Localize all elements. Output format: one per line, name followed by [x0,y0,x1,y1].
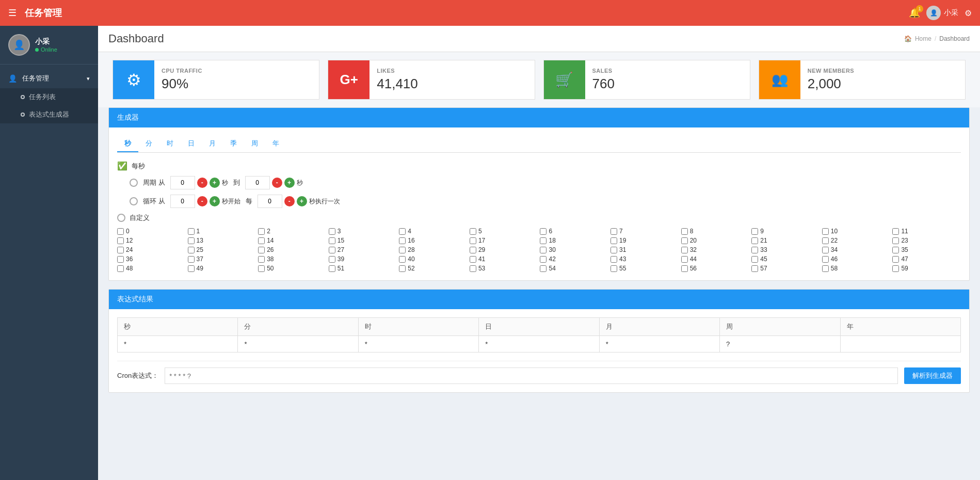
period-to-input[interactable] [245,176,270,189]
num-checkbox-24[interactable] [117,247,124,253]
num-checkbox-38[interactable] [258,256,265,263]
num-checkbox-20[interactable] [681,237,688,244]
num-checkbox-12[interactable] [117,237,124,244]
num-checkbox-6[interactable] [540,228,547,235]
num-checkbox-7[interactable] [611,228,617,235]
num-checkbox-27[interactable] [329,247,335,253]
tab-month[interactable]: 月 [202,136,223,152]
num-checkbox-17[interactable] [470,237,476,244]
num-cell-47: 47 [892,255,961,263]
num-checkbox-57[interactable] [751,265,758,272]
num-checkbox-33[interactable] [751,247,758,253]
tab-quarter[interactable]: 季 [223,136,244,152]
num-checkbox-29[interactable] [470,247,476,253]
num-checkbox-28[interactable] [399,247,406,253]
num-checkbox-16[interactable] [399,237,406,244]
num-checkbox-32[interactable] [681,247,688,253]
num-checkbox-36[interactable] [117,256,124,263]
num-checkbox-44[interactable] [681,256,688,263]
tab-year[interactable]: 年 [265,136,286,152]
num-checkbox-47[interactable] [892,256,899,263]
loop-radio[interactable] [130,197,138,205]
num-checkbox-11[interactable] [892,228,899,235]
hamburger-icon[interactable]: ☰ [8,7,17,19]
num-checkbox-30[interactable] [540,247,547,253]
num-checkbox-21[interactable] [751,237,758,244]
custom-radio[interactable] [117,214,125,222]
sidebar-task-mgmt-label: 任务管理 [22,74,49,83]
num-checkbox-48[interactable] [117,265,124,272]
loop-from-plus[interactable]: + [210,196,220,206]
settings-icon[interactable]: ⚙ [965,8,972,18]
period-to-minus[interactable]: - [272,178,282,188]
num-checkbox-42[interactable] [540,256,547,263]
period-from-minus[interactable]: - [197,178,207,188]
num-checkbox-4[interactable] [399,228,406,235]
num-checkbox-59[interactable] [892,265,899,272]
num-checkbox-3[interactable] [329,228,335,235]
num-checkbox-1[interactable] [188,228,195,235]
num-checkbox-56[interactable] [681,265,688,272]
num-checkbox-50[interactable] [258,265,265,272]
num-checkbox-35[interactable] [892,247,899,253]
num-checkbox-45[interactable] [751,256,758,263]
num-checkbox-31[interactable] [611,247,617,253]
num-checkbox-5[interactable] [470,228,476,235]
period-radio[interactable] [130,179,138,187]
num-checkbox-25[interactable] [188,247,195,253]
sidebar-item-expr-gen[interactable]: 表达式生成器 [0,106,98,123]
num-checkbox-18[interactable] [540,237,547,244]
tab-hour[interactable]: 时 [159,136,181,152]
num-checkbox-23[interactable] [892,237,899,244]
num-cell-2: 2 [258,228,327,235]
tab-week[interactable]: 周 [244,136,265,152]
loop-exec-input[interactable] [258,195,282,208]
loop-from-minus[interactable]: - [197,196,207,206]
num-cell-12: 12 [117,237,186,244]
num-checkbox-41[interactable] [470,256,476,263]
user-area[interactable]: 👤 小采 [926,6,958,20]
num-checkbox-43[interactable] [611,256,617,263]
sidebar-item-task-mgmt[interactable]: 👤 任务管理 ▾ [0,69,98,88]
num-checkbox-14[interactable] [258,237,265,244]
num-checkbox-52[interactable] [399,265,406,272]
period-from-input[interactable] [170,176,195,189]
num-checkbox-37[interactable] [188,256,195,263]
num-checkbox-22[interactable] [822,237,829,244]
tab-second[interactable]: 秒 [117,136,138,152]
num-checkbox-51[interactable] [329,265,335,272]
period-to-plus[interactable]: + [284,178,295,188]
number-grid: 0123456789101112131415161718192021222324… [117,228,961,272]
stat-card-members: 👥 NEW MEMBERS 2,000 [759,60,966,100]
num-checkbox-8[interactable] [681,228,688,235]
num-checkbox-55[interactable] [611,265,617,272]
num-checkbox-9[interactable] [751,228,758,235]
num-checkbox-15[interactable] [329,237,335,244]
num-checkbox-58[interactable] [822,265,829,272]
every-second-check-icon[interactable]: ✅ [117,161,127,171]
circle-icon [21,95,25,99]
loop-exec-plus[interactable]: + [297,196,307,206]
num-checkbox-19[interactable] [611,237,617,244]
num-checkbox-46[interactable] [822,256,829,263]
loop-exec-minus[interactable]: - [284,196,295,206]
num-checkbox-0[interactable] [117,228,124,235]
num-checkbox-34[interactable] [822,247,829,253]
num-checkbox-53[interactable] [470,265,476,272]
num-checkbox-39[interactable] [329,256,335,263]
num-checkbox-54[interactable] [540,265,547,272]
num-checkbox-2[interactable] [258,228,265,235]
parse-button[interactable]: 解析到生成器 [904,367,961,384]
cron-expression-input[interactable] [165,367,898,384]
num-checkbox-26[interactable] [258,247,265,253]
num-checkbox-40[interactable] [399,256,406,263]
notification-bell[interactable]: 🔔 1 [909,7,920,19]
num-checkbox-49[interactable] [188,265,195,272]
sidebar-item-task-list[interactable]: 任务列表 [0,88,98,106]
period-from-plus[interactable]: + [210,178,220,188]
num-checkbox-13[interactable] [188,237,195,244]
loop-from-input[interactable] [170,195,195,208]
tab-day[interactable]: 日 [181,136,202,152]
tab-minute[interactable]: 分 [138,136,159,152]
num-checkbox-10[interactable] [822,228,829,235]
